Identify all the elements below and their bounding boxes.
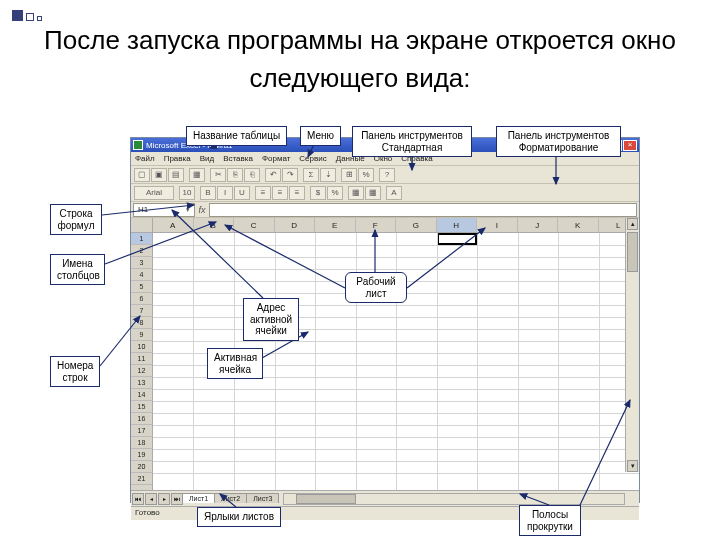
sheet-nav-next-icon[interactable]: ▸ <box>158 493 170 505</box>
chevron-down-icon[interactable]: ▾ <box>186 206 190 214</box>
scroll-down-icon[interactable]: ▾ <box>627 460 638 472</box>
toolbar-button[interactable]: Σ <box>303 168 319 182</box>
select-all-corner[interactable] <box>131 218 153 232</box>
column-headers[interactable]: ABCDEFGHIJKL <box>131 218 639 233</box>
formula-bar-row: H1 ▾ fx <box>131 202 639 218</box>
column-header[interactable]: J <box>518 218 559 232</box>
toolbar-button[interactable]: ✂ <box>210 168 226 182</box>
bottom-bar: ⏮ ◂ ▸ ⏭ Лист1Лист2Лист3 <box>131 490 639 506</box>
row-header[interactable]: 13 <box>131 377 152 389</box>
toolbar-button[interactable]: I <box>217 186 233 200</box>
active-cell[interactable] <box>437 233 477 245</box>
row-header[interactable]: 19 <box>131 449 152 461</box>
row-header[interactable]: 15 <box>131 401 152 413</box>
column-header[interactable]: C <box>234 218 275 232</box>
column-header[interactable]: F <box>356 218 397 232</box>
toolbar-button[interactable]: ▦ <box>189 168 205 182</box>
column-header[interactable]: H <box>437 218 478 232</box>
toolbar-button[interactable]: ▣ <box>151 168 167 182</box>
row-header[interactable]: 1 <box>131 233 152 245</box>
toolbar-button[interactable]: ⎘ <box>227 168 243 182</box>
sheet-tab[interactable]: Лист3 <box>246 493 279 503</box>
callout-scrollbars: Полосы прокрутки <box>519 505 581 536</box>
toolbar-button[interactable]: ↷ <box>282 168 298 182</box>
horizontal-scrollbar[interactable] <box>283 493 625 505</box>
toolbar-button[interactable]: % <box>358 168 374 182</box>
row-header[interactable]: 4 <box>131 269 152 281</box>
row-header[interactable]: 21 <box>131 473 152 485</box>
row-header[interactable]: 10 <box>131 341 152 353</box>
sheet-tab[interactable]: Лист1 <box>182 493 215 503</box>
toolbar-button[interactable]: A <box>386 186 402 200</box>
toolbar-button[interactable]: % <box>327 186 343 200</box>
toolbar-button[interactable]: $ <box>310 186 326 200</box>
callout-worksheet: Рабочий лист <box>345 272 407 303</box>
column-header[interactable]: A <box>153 218 194 232</box>
toolbar-formatting[interactable]: Arial10BIU≡≡≡$%▦▦A <box>131 184 639 202</box>
toolbar-button[interactable]: B <box>200 186 216 200</box>
toolbar-button[interactable]: ▦ <box>365 186 381 200</box>
callout-active-cell: Активная ячейка <box>207 348 263 379</box>
scroll-up-icon[interactable]: ▴ <box>627 218 638 230</box>
column-header[interactable]: E <box>315 218 356 232</box>
toolbar-button[interactable]: ⎗ <box>244 168 260 182</box>
menu-item[interactable]: Сервис <box>299 154 326 163</box>
toolbar-button[interactable]: Arial <box>134 186 174 200</box>
toolbar-button[interactable]: ▦ <box>348 186 364 200</box>
sheet-nav-prev-icon[interactable]: ◂ <box>145 493 157 505</box>
row-header[interactable]: 3 <box>131 257 152 269</box>
toolbar-button[interactable]: ⇣ <box>320 168 336 182</box>
column-header[interactable]: K <box>558 218 599 232</box>
callout-toolbar-fmt: Панель инструментов Форматирование <box>496 126 621 157</box>
row-header[interactable]: 6 <box>131 293 152 305</box>
vertical-scrollbar[interactable]: ▴ ▾ <box>625 218 639 472</box>
sheet-nav-first-icon[interactable]: ⏮ <box>132 493 144 505</box>
vscroll-thumb[interactable] <box>627 232 638 272</box>
row-header[interactable]: 2 <box>131 245 152 257</box>
toolbar-button[interactable]: ? <box>379 168 395 182</box>
row-header[interactable]: 17 <box>131 425 152 437</box>
menu-item[interactable]: Правка <box>164 154 191 163</box>
row-header[interactable]: 7 <box>131 305 152 317</box>
name-box[interactable]: H1 ▾ <box>133 203 195 217</box>
page-title: После запуска программы на экране открое… <box>0 0 720 97</box>
row-header[interactable]: 14 <box>131 389 152 401</box>
row-header[interactable]: 18 <box>131 437 152 449</box>
toolbar-button[interactable]: 10 <box>179 186 195 200</box>
row-header[interactable]: 8 <box>131 317 152 329</box>
toolbar-standard[interactable]: ▢▣▤▦✂⎘⎗↶↷Σ⇣⊞%? <box>131 166 639 184</box>
toolbar-button[interactable]: ⊞ <box>341 168 357 182</box>
toolbar-button[interactable]: U <box>234 186 250 200</box>
row-header[interactable]: 5 <box>131 281 152 293</box>
row-header[interactable]: 12 <box>131 365 152 377</box>
row-header[interactable]: 9 <box>131 329 152 341</box>
row-headers[interactable]: 123456789101112131415161718192021 <box>131 233 153 490</box>
row-header[interactable]: 16 <box>131 413 152 425</box>
fx-icon[interactable]: fx <box>195 205 209 215</box>
row-header[interactable]: 11 <box>131 353 152 365</box>
callout-sheet-tabs: Ярлыки листов <box>197 507 281 527</box>
menu-item[interactable]: Вид <box>200 154 214 163</box>
column-header[interactable]: G <box>396 218 437 232</box>
column-header[interactable]: I <box>477 218 518 232</box>
column-header[interactable]: B <box>194 218 235 232</box>
callout-row-numbers: Номера строк <box>50 356 100 387</box>
toolbar-button[interactable]: ≡ <box>272 186 288 200</box>
sheet-tab[interactable]: Лист2 <box>214 493 247 503</box>
column-header[interactable]: D <box>275 218 316 232</box>
formula-bar[interactable] <box>209 203 637 217</box>
sheet-tab-strip[interactable]: ⏮ ◂ ▸ ⏭ Лист1Лист2Лист3 <box>131 491 279 506</box>
menu-item[interactable]: Формат <box>262 154 290 163</box>
callout-formula-bar: Строка формул <box>50 204 102 235</box>
row-header[interactable]: 20 <box>131 461 152 473</box>
callout-toolbar-std: Панель инструментов Стандартная <box>352 126 472 157</box>
toolbar-button[interactable]: ▢ <box>134 168 150 182</box>
toolbar-button[interactable]: ≡ <box>255 186 271 200</box>
toolbar-button[interactable]: ↶ <box>265 168 281 182</box>
hscroll-thumb[interactable] <box>296 494 356 504</box>
menu-item[interactable]: Вставка <box>223 154 253 163</box>
menu-item[interactable]: Файл <box>135 154 155 163</box>
toolbar-button[interactable]: ▤ <box>168 168 184 182</box>
close-button[interactable]: × <box>623 140 637 151</box>
toolbar-button[interactable]: ≡ <box>289 186 305 200</box>
